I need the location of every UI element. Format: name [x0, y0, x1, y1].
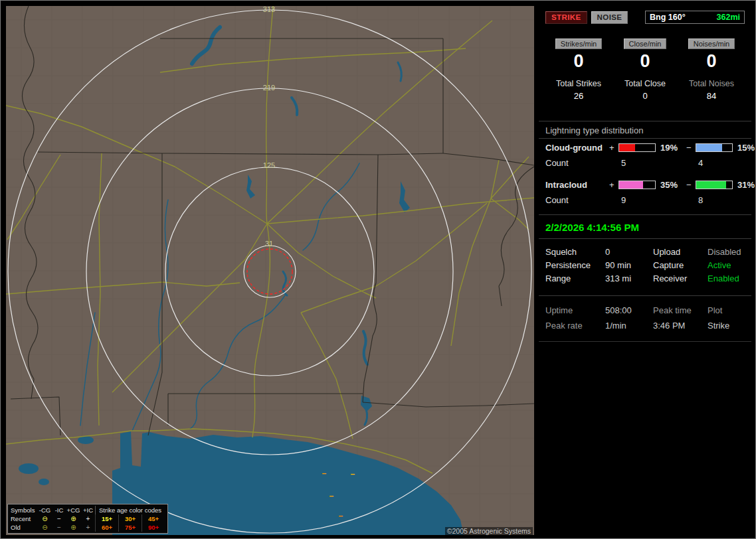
age-code-75: 75+ — [118, 523, 142, 532]
receiver-label: Receiver — [653, 273, 708, 283]
squelch-value: 0 — [605, 247, 653, 257]
upload-status: Disabled — [708, 247, 745, 257]
uptime-label: Uptime — [545, 305, 605, 315]
datetime-display: 2/2/2026 4:14:56 PM — [545, 222, 745, 233]
bearing-value: Bng 160° — [650, 13, 686, 22]
plus-sign: + — [609, 180, 618, 190]
divider — [539, 121, 751, 121]
bearing-range: 362mi — [717, 13, 740, 22]
coastal-lake — [78, 436, 94, 444]
ic-negative-count: 8 — [696, 195, 734, 205]
capture-label: Capture — [653, 260, 708, 270]
strike-mode-button[interactable]: STRIKE — [545, 11, 587, 24]
uptime-value: 508:00 — [605, 305, 653, 315]
peak-time-value: 3:46 PM — [653, 321, 708, 331]
peak-rate-value: 1/min — [605, 321, 653, 331]
legend-symbols-header: Symbols — [11, 506, 37, 514]
noises-per-min-badge[interactable]: Noises/min — [688, 38, 735, 49]
ring-label-31: 31 — [265, 240, 273, 248]
legend-row-old-label: Old — [11, 523, 37, 532]
cloud-ground-count-row: Count 5 4 — [545, 156, 745, 169]
cg-positive-gauge — [618, 143, 656, 152]
cg-negative-count: 4 — [696, 158, 734, 168]
strikes-rate-column: Strikes/min 0 Total Strikes 26 — [545, 38, 612, 101]
legend-age-header: Strike age color codes — [95, 506, 165, 514]
settings-row: Persistence 90 min Capture Active — [545, 258, 745, 271]
ic-positive-gauge — [618, 181, 656, 189]
ring-label-125: 125 — [263, 161, 275, 169]
lightning-map[interactable]: 313 219 125 31 −−−− Symbols -CG -IC +CG … — [6, 6, 534, 535]
plus-sign: + — [609, 143, 618, 153]
map-legend: Symbols -CG -IC +CG +IC Strike age color… — [7, 504, 168, 534]
status-row: Uptime 508:00 Peak time Plot — [545, 303, 745, 318]
noise-mode-button[interactable]: NOISE — [591, 11, 628, 24]
distribution-title: Lightning type distribution — [545, 125, 745, 135]
total-close-value: 0 — [612, 91, 678, 101]
capture-status: Active — [708, 260, 745, 270]
total-noises-value: 84 — [678, 91, 745, 101]
recent-ncg-symbol: ⊖ — [37, 514, 52, 523]
close-per-min-badge[interactable]: Close/min — [624, 38, 667, 49]
strikes-per-min-badge[interactable]: Strikes/min — [555, 38, 602, 49]
rates-row: Strikes/min 0 Total Strikes 26 Close/min… — [545, 38, 745, 101]
peak-rate-label: Peak rate — [545, 321, 605, 331]
old-pic-symbol: + — [81, 523, 95, 532]
minus-sign: − — [686, 180, 696, 190]
intracloud-count-row: Count 9 8 — [545, 193, 745, 206]
legend-col-ncg: -CG — [37, 506, 52, 514]
noises-per-min-value: 0 — [678, 51, 745, 71]
ic-negative-percent: 31% — [734, 180, 755, 190]
divider — [539, 238, 751, 239]
persistence-label: Persistence — [545, 260, 605, 270]
close-rate-column: Close/min 0 Total Close 0 — [612, 38, 678, 101]
app-window: 313 219 125 31 −−−− Symbols -CG -IC +CG … — [0, 0, 756, 539]
old-pcg-symbol: ⊕ — [66, 523, 81, 532]
total-close-label: Total Close — [612, 79, 678, 88]
ring-label-219: 219 — [263, 84, 275, 92]
cg-negative-percent: 15% — [734, 143, 755, 153]
map-canvas: 313 219 125 31 — [6, 6, 534, 535]
legend-col-pcg: +CG — [66, 506, 81, 514]
age-code-60: 60+ — [95, 523, 118, 532]
status-panel: Uptime 508:00 Peak time Plot Peak rate 1… — [539, 296, 751, 342]
receiver-status: Enabled — [708, 273, 745, 283]
age-code-45: 45+ — [142, 514, 165, 523]
ic-positive-count: 9 — [618, 195, 657, 205]
cloud-ground-row: Cloud-ground + 19% − 15% — [545, 140, 745, 155]
coastal-lake — [39, 479, 49, 485]
range-label: Range — [545, 273, 605, 283]
recent-pic-symbol: + — [81, 514, 95, 523]
copyright-credit: ©2005 Astrogenic Systems — [445, 527, 533, 535]
total-strikes-value: 26 — [545, 91, 612, 101]
ic-negative-gauge — [696, 181, 733, 189]
noises-rate-column: Noises/min 0 Total Noises 84 — [678, 38, 745, 101]
ring-label-313: 313 — [263, 6, 275, 13]
count-label: Count — [545, 158, 609, 168]
age-code-30: 30+ — [118, 514, 142, 523]
legend-row-recent-label: Recent — [11, 514, 37, 523]
cg-negative-gauge — [696, 143, 733, 152]
plot-label: Plot — [708, 305, 745, 315]
sidebar: STRIKE NOISE Bng 160° 362mi Strikes/min … — [539, 6, 751, 535]
squelch-label: Squelch — [545, 247, 605, 257]
legend-col-nic: -IC — [52, 506, 66, 514]
recent-nic-symbol: − — [52, 514, 66, 523]
cloud-ground-label: Cloud-ground — [545, 143, 609, 153]
cg-positive-count: 5 — [618, 158, 657, 168]
intracloud-row: Intracloud + 35% − 31% — [545, 177, 745, 192]
bearing-display: Bng 160° 362mi — [645, 11, 745, 24]
age-code-90: 90+ — [142, 523, 165, 532]
persistence-value: 90 min — [605, 260, 653, 270]
total-strikes-label: Total Strikes — [545, 79, 612, 88]
total-noises-label: Total Noises — [678, 79, 745, 88]
coastal-lake — [19, 463, 39, 474]
settings-row: Range 313 mi Receiver Enabled — [545, 271, 745, 285]
cg-positive-percent: 19% — [657, 143, 686, 153]
minus-sign: − — [686, 143, 696, 153]
strikes-per-min-value: 0 — [545, 51, 612, 71]
plot-value: Strike — [708, 321, 745, 331]
recent-pcg-symbol: ⊕ — [66, 514, 81, 523]
settings-panel: 2/2/2026 4:14:56 PM Squelch 0 Upload Dis… — [539, 215, 751, 296]
settings-row: Squelch 0 Upload Disabled — [545, 245, 745, 258]
stats-panel: STRIKE NOISE Bng 160° 362mi Strikes/min … — [539, 6, 751, 215]
